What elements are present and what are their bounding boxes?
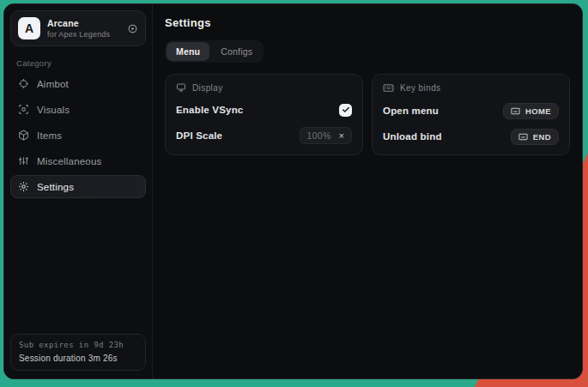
main-content: Settings Menu Configs Display	[153, 4, 582, 378]
app-logo: A	[18, 17, 40, 39]
sidebar-item-items[interactable]: Items	[10, 124, 146, 147]
package-icon	[18, 130, 29, 141]
dpi-scale-input[interactable]: 100% ×	[300, 127, 353, 144]
app-window: A Arcane for Apex Legends Category	[3, 3, 583, 379]
sidebar-item-label: Aimbot	[37, 79, 69, 89]
sliders-icon	[18, 155, 29, 166]
sidebar: A Arcane for Apex Legends Category	[4, 4, 153, 378]
keyboard-icon	[518, 132, 528, 142]
sidebar-item-miscellaneous[interactable]: Miscellaneous	[10, 149, 146, 172]
keybinds-card-header: Key binds	[383, 82, 559, 94]
gear-icon	[18, 181, 29, 192]
session-duration-text: Session duration 3m 26s	[19, 354, 137, 363]
subscription-info-box: Sub expires in 9d 23h Session duration 3…	[10, 334, 146, 371]
unload-bind-row: Unload bind END	[383, 128, 559, 145]
tab-configs[interactable]: Configs	[211, 42, 262, 61]
sub-expiry-text: Sub expires in 9d 23h	[19, 341, 137, 349]
page-title: Settings	[165, 16, 570, 29]
scan-eye-icon	[18, 104, 29, 115]
vsync-label: Enable VSync	[176, 105, 243, 115]
unload-bind-label: Unload bind	[383, 131, 442, 142]
vsync-checkbox[interactable]	[339, 104, 352, 117]
sidebar-nav: Aimbot Visuals	[10, 72, 146, 198]
app-name: Arcane	[47, 18, 120, 28]
app-header-text: Arcane for Apex Legends	[47, 18, 120, 39]
dpi-scale-value: 100%	[307, 130, 331, 141]
category-label: Category	[16, 58, 146, 68]
sidebar-item-label: Miscellaneous	[37, 156, 101, 166]
dpi-label: DPI Scale	[176, 130, 222, 141]
target-icon[interactable]	[127, 23, 138, 34]
keybinds-card: Key binds Open menu HOME	[372, 74, 570, 155]
dpi-row: DPI Scale 100% ×	[176, 127, 352, 144]
app-subtitle: for Apex Legends	[47, 30, 120, 39]
keyboard-icon	[511, 106, 520, 116]
app-header-card: A Arcane for Apex Legends	[10, 10, 146, 46]
vsync-row: Enable VSync	[176, 101, 352, 118]
sidebar-item-label: Settings	[37, 182, 74, 192]
unload-bind-key: END	[533, 132, 551, 142]
open-menu-label: Open menu	[383, 106, 439, 116]
open-menu-key: HOME	[525, 106, 551, 116]
tab-menu[interactable]: Menu	[167, 42, 209, 61]
open-menu-keybind[interactable]: HOME	[503, 103, 559, 119]
clear-icon[interactable]: ×	[339, 131, 344, 141]
monitor-icon	[176, 82, 186, 93]
sidebar-item-visuals[interactable]: Visuals	[10, 98, 146, 121]
sidebar-item-label: Items	[37, 130, 62, 141]
display-card-title: Display	[192, 83, 223, 93]
display-card-header: Display	[176, 82, 352, 93]
keyboard-icon	[383, 82, 394, 94]
settings-cards: Display Enable VSync DPI Scale 100% ×	[165, 74, 570, 155]
sidebar-item-label: Visuals	[37, 105, 70, 115]
display-card: Display Enable VSync DPI Scale 100% ×	[165, 74, 363, 155]
crosshair-icon	[18, 78, 29, 89]
open-menu-row: Open menu HOME	[383, 102, 559, 119]
sidebar-item-aimbot[interactable]: Aimbot	[10, 72, 146, 95]
tab-bar: Menu Configs	[165, 40, 264, 63]
sidebar-item-settings[interactable]: Settings	[10, 175, 146, 198]
keybinds-card-title: Key binds	[400, 83, 441, 93]
unload-bind-keybind[interactable]: END	[511, 129, 559, 145]
